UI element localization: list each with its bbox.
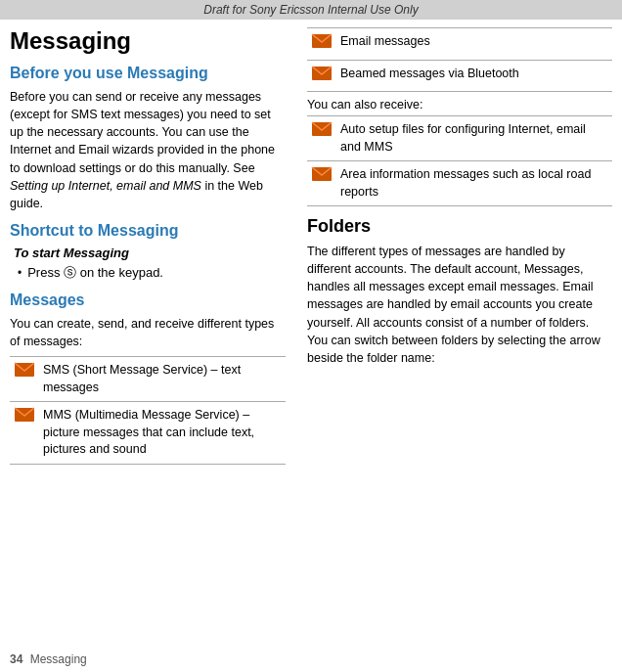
header-bar: Draft for Sony Ericsson Internal Use Onl… bbox=[0, 0, 622, 20]
left-column: Messaging Before you use Messaging Befor… bbox=[10, 27, 293, 470]
area-info-icon-cell bbox=[307, 161, 336, 206]
bullet-dot: • bbox=[18, 266, 22, 280]
table-row: Area information messages such as local … bbox=[307, 161, 612, 206]
right-bottom-table: Auto setup files for configuring Interne… bbox=[307, 115, 612, 206]
mms-text: MMS (Multimedia Message Service) – pictu… bbox=[39, 402, 286, 465]
bluetooth-text: Beamed messages via Bluetooth bbox=[336, 60, 612, 92]
messages-table: SMS (Short Message Service) – text messa… bbox=[10, 356, 286, 465]
autosetup-text: Auto setup files for configuring Interne… bbox=[336, 116, 612, 161]
mms-icon bbox=[14, 407, 35, 423]
sms-icon bbox=[14, 362, 35, 378]
email-icon-cell bbox=[307, 28, 336, 61]
footer-label: Messaging bbox=[30, 652, 87, 666]
shortcut-bullet: • Press ⓢ on the keypad. bbox=[18, 264, 286, 282]
before-use-heading: Before you use Messaging bbox=[10, 65, 286, 82]
right-column: Email messages Beamed messages via Bluet… bbox=[303, 27, 612, 470]
page-footer: 34 Messaging bbox=[10, 652, 87, 666]
header-text: Draft for Sony Ericsson Internal Use Onl… bbox=[203, 3, 418, 17]
email-icon bbox=[311, 33, 333, 49]
table-row: Email messages bbox=[307, 28, 612, 61]
section-shortcut: Shortcut to Messaging To start Messaging… bbox=[10, 222, 286, 282]
section-before-use: Before you use Messaging Before you can … bbox=[10, 65, 286, 212]
shortcut-subheading: To start Messaging bbox=[14, 246, 286, 260]
section-folders: Folders The different types of messages … bbox=[307, 216, 612, 367]
right-top-table: Email messages Beamed messages via Bluet… bbox=[307, 27, 612, 92]
page-title: Messaging bbox=[10, 27, 286, 55]
sms-text: SMS (Short Message Service) – text messa… bbox=[39, 357, 286, 402]
autosetup-icon-cell bbox=[307, 116, 336, 161]
messages-heading: Messages bbox=[10, 291, 286, 309]
bluetooth-icon-cell bbox=[307, 60, 336, 92]
table-row: MMS (Multimedia Message Service) – pictu… bbox=[10, 402, 286, 465]
table-row: Auto setup files for configuring Interne… bbox=[307, 116, 612, 161]
keypad-icon: ⓢ bbox=[64, 265, 76, 280]
messages-body: You can create, send, and receive differ… bbox=[10, 315, 286, 350]
area-info-icon bbox=[311, 166, 333, 182]
footer-number: 34 bbox=[10, 652, 22, 666]
mms-icon-cell bbox=[10, 402, 39, 465]
before-use-body: Before you can send or receive any messa… bbox=[10, 88, 286, 212]
email-text: Email messages bbox=[336, 28, 612, 61]
table-row: SMS (Short Message Service) – text messa… bbox=[10, 357, 286, 402]
table-row: Beamed messages via Bluetooth bbox=[307, 60, 612, 92]
sms-icon-cell bbox=[10, 357, 39, 402]
section-messages: Messages You can create, send, and recei… bbox=[10, 291, 286, 465]
folders-heading: Folders bbox=[307, 216, 612, 237]
folders-body: The different types of messages are hand… bbox=[307, 243, 612, 367]
autosetup-icon bbox=[311, 121, 333, 137]
area-info-text: Area information messages such as local … bbox=[336, 161, 612, 206]
shortcut-bullet-text: Press ⓢ on the keypad. bbox=[27, 264, 163, 282]
bluetooth-icon bbox=[311, 66, 333, 81]
shortcut-heading: Shortcut to Messaging bbox=[10, 222, 286, 240]
also-receive-label: You can also receive: bbox=[307, 98, 612, 112]
